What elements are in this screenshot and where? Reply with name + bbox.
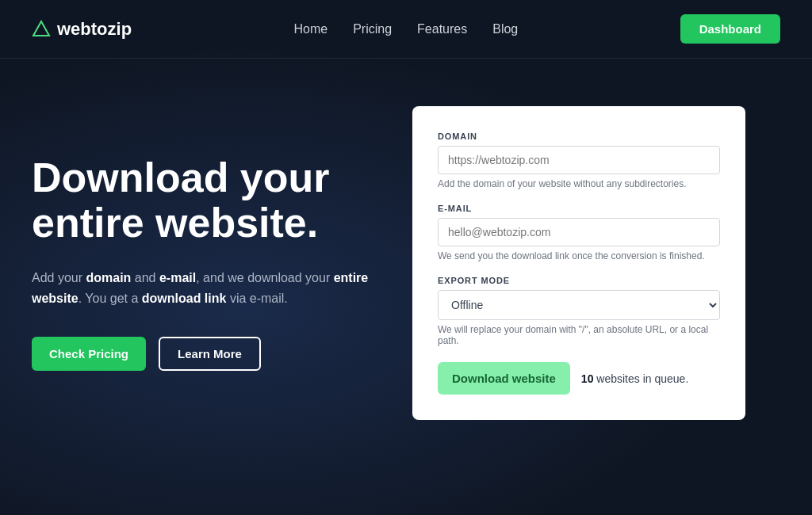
export-label: EXPORT MODE [438,276,720,285]
form-card: DOMAIN Add the domain of your website wi… [412,106,745,420]
navbar: webtozip Home Pricing Features Blog Dash… [0,0,812,59]
export-hint: We will replace your domain with "/", an… [438,324,720,346]
dashboard-button[interactable]: Dashboard [680,14,780,44]
learn-more-button[interactable]: Learn More [159,337,261,371]
hero-title: Download your entire website. [32,155,381,246]
email-label: E-MAIL [438,204,720,213]
logo-icon [32,20,51,39]
check-pricing-button[interactable]: Check Pricing [32,337,146,371]
domain-hint: Add the domain of your website without a… [438,178,720,189]
domain-input[interactable] [438,146,720,174]
nav-links: Home Pricing Features Blog [294,22,519,36]
queue-info: 10 websites in queue. [581,372,688,385]
download-website-button[interactable]: Download website [438,362,570,395]
queue-label: websites in queue. [593,372,688,385]
domain-group: DOMAIN Add the domain of your website wi… [438,132,720,189]
hero-section: Download your entire website. Add your d… [0,59,812,452]
export-mode-select[interactable]: Offline Online Local [438,290,720,320]
email-input[interactable] [438,218,720,246]
logo: webtozip [32,19,132,40]
form-footer: Download website 10 websites in queue. [438,362,720,395]
export-group: EXPORT MODE Offline Online Local We will… [438,276,720,346]
email-hint: We send you the download link once the c… [438,250,720,261]
hero-left: Download your entire website. Add your d… [32,155,381,372]
nav-features[interactable]: Features [417,22,467,36]
logo-text: webtozip [57,19,132,40]
nav-home[interactable]: Home [294,22,328,36]
nav-blog[interactable]: Blog [492,22,518,36]
svg-marker-0 [33,21,49,36]
queue-count: 10 [581,372,594,385]
domain-label: DOMAIN [438,132,720,141]
hero-description: Add your domain and e-mail, and we downl… [32,268,381,308]
email-group: E-MAIL We send you the download link onc… [438,204,720,261]
hero-buttons: Check Pricing Learn More [32,337,381,371]
nav-pricing[interactable]: Pricing [353,22,392,36]
